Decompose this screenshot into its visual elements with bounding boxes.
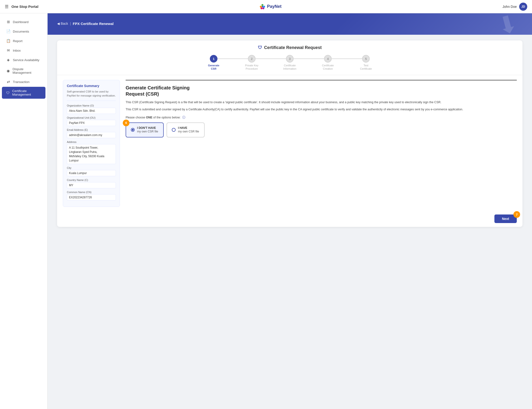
layout: ⊞Dashboard📄Documents📋Report✉Inbox◈Servic… (0, 13, 532, 409)
paynet-logo-text: PayNet (267, 4, 281, 9)
dashboard-icon: ⊞ (6, 20, 10, 24)
sidebar-item-transaction[interactable]: ⇄Transaction (2, 77, 46, 86)
sidebar-item-documents[interactable]: 📄Documents (2, 27, 46, 36)
step-circle-4[interactable]: 4 (324, 55, 332, 63)
main-card: 🛡 Certificate Renewal Request 1 Generate… (57, 40, 522, 227)
sidebar-label-service-availability: Service Availability (13, 58, 39, 62)
radio-have[interactable] (172, 128, 176, 132)
report-icon: 📋 (6, 39, 10, 43)
csr-option-have[interactable]: I HAVE my own CSR file (167, 122, 205, 138)
user-name: John Doe (503, 5, 517, 9)
step-badge-6: 6 (123, 120, 129, 126)
paynet-logo: PayNet (259, 4, 281, 10)
content-divider (126, 80, 517, 80)
summary-field-label: City (67, 167, 116, 169)
sidebar-label-dashboard: Dashboard (13, 20, 28, 24)
generate-csr-paragraph1: This CSR (Certificate Signing Request) i… (126, 100, 517, 105)
step-line-right-4 (332, 58, 347, 59)
option-line2-dont-have: my own CSR file (137, 130, 158, 134)
summary-field: Organization Name (O) Akra Alam Sdn. Bhd… (67, 104, 116, 114)
sidebar-item-dispute-management[interactable]: ◉Dispute Management (2, 65, 46, 77)
radio-dont-have[interactable] (131, 128, 135, 132)
choose-label: Please choose ONE of the options below: … (126, 116, 517, 120)
summary-field-value: PayNet FPX (67, 120, 116, 126)
sidebar-item-inbox[interactable]: ✉Inbox (2, 46, 46, 55)
sidebar-item-service-availability[interactable]: ◈Service Availability (2, 56, 46, 65)
back-arrow-icon: ◀ (57, 22, 60, 26)
svg-point-0 (261, 4, 263, 6)
generate-csr-paragraph2: This CSR is submitted and counter signed… (126, 107, 517, 112)
svg-point-3 (261, 7, 262, 9)
step-1: 1 GenerateCSR (195, 55, 233, 71)
step-5: 5 TestCertificate (347, 55, 385, 71)
summary-field: Address A 11 Southpoint Tower,Lingkaran … (67, 140, 116, 164)
step-line-left-5 (347, 58, 362, 59)
card-area: 🛡 Certificate Renewal Request 1 Generate… (48, 35, 532, 409)
summary-field: Country Name (C) MY (67, 179, 116, 188)
step-line-right-3 (294, 58, 309, 59)
documents-icon: 📄 (6, 29, 10, 34)
card-body: Certificate Summary Self-generated CSR t… (57, 75, 522, 212)
step-circle-wrap-2: 2 (233, 55, 271, 63)
choose-prefix: Please choose (126, 116, 146, 119)
page-title: FPX Certificate Renewal (73, 22, 114, 26)
step-circle-5[interactable]: 5 (362, 55, 370, 63)
svg-point-5 (262, 6, 263, 7)
step-line-right-5 (370, 58, 385, 59)
step-line-left-3 (271, 58, 286, 59)
step-line-right-1 (218, 58, 233, 59)
cert-summary-title: Certificate Summary (67, 84, 116, 88)
step-circle-wrap-1: 1 (195, 55, 233, 63)
summary-field: Organizational Unit (OU) PayNet FPX (67, 116, 116, 126)
sidebar-item-dashboard[interactable]: ⊞Dashboard (2, 17, 46, 26)
topnav-right: John Doe JD (503, 3, 527, 11)
csr-option-dont-have[interactable]: 6 I DON'T HAVE my own CSR file (126, 122, 164, 138)
step-3: 3 CertificateInformation (271, 55, 309, 71)
step-2: 2 Private KeyProcedure (233, 55, 271, 71)
back-label: Back (61, 22, 68, 26)
step-label-3: CertificateInformation (283, 64, 296, 71)
breadcrumb: ◀ Back | FPX Certificate Renewal (57, 22, 114, 26)
summary-field: City Kuala Lumpur (67, 167, 116, 176)
step-label-1: GenerateCSR (208, 64, 219, 71)
svg-point-4 (262, 7, 264, 9)
back-button[interactable]: ◀ Back (57, 22, 68, 26)
summary-field: Common Name (CN) EX202234287726 (67, 191, 116, 200)
breadcrumb-separator: | (70, 22, 71, 26)
step-line-right-2 (256, 58, 271, 59)
cert-header-title: 🛡 Certificate Renewal Request (64, 45, 515, 50)
page-header: ⬇ ◀ Back | FPX Certificate Renewal (48, 13, 532, 35)
summary-field-value: Kuala Lumpur (67, 170, 116, 176)
summary-field-value: MY (67, 182, 116, 188)
summary-field-label: Address (67, 140, 116, 143)
step-circle-3[interactable]: 3 (286, 55, 294, 63)
summary-field-value: admin@akraalam.com.my (67, 132, 116, 138)
step-circle-wrap-4: 4 (309, 55, 347, 63)
summary-field-label: Organizational Unit (OU) (67, 116, 116, 119)
shield-icon: 🛡 (258, 45, 262, 50)
step-label-2: Private KeyProcedure (245, 64, 258, 71)
sidebar-label-report: Report (13, 39, 23, 43)
next-button[interactable]: Next (494, 214, 517, 223)
step-label-4: CertificateCreation (322, 64, 334, 71)
cert-renewal-title: Certificate Renewal Request (264, 45, 322, 50)
sidebar-item-report[interactable]: 📋Report (2, 36, 46, 46)
svg-point-1 (260, 6, 262, 8)
sidebar-item-certificate-management[interactable]: 🛡Certificate Management (2, 87, 46, 99)
transaction-icon: ⇄ (6, 80, 10, 84)
cert-content: Generate Certificate SigningRequest (CSR… (126, 80, 517, 207)
step-circle-2[interactable]: 2 (248, 55, 256, 63)
hamburger-icon[interactable]: ☰ (5, 4, 9, 9)
sidebar: ⊞Dashboard📄Documents📋Report✉Inbox◈Servic… (0, 13, 48, 409)
summary-field-value: Akra Alam Sdn. Bhd. (67, 108, 116, 114)
certificate-management-icon: 🛡 (6, 91, 10, 95)
svg-point-2 (263, 6, 265, 8)
step-line-left-1 (195, 58, 210, 59)
topnav: ☰ One Stop Portal PayNet John Doe JD (0, 0, 532, 13)
step-circle-wrap-5: 5 (347, 55, 385, 63)
option-text-dont-have: I DON'T HAVE my own CSR file (137, 126, 158, 134)
info-icon[interactable]: ⓘ (182, 116, 185, 119)
page-header-bg-decoration: ⬇ (494, 13, 521, 35)
sidebar-label-certificate-management: Certificate Management (12, 89, 41, 96)
option-text-have: I HAVE my own CSR file (178, 126, 199, 134)
